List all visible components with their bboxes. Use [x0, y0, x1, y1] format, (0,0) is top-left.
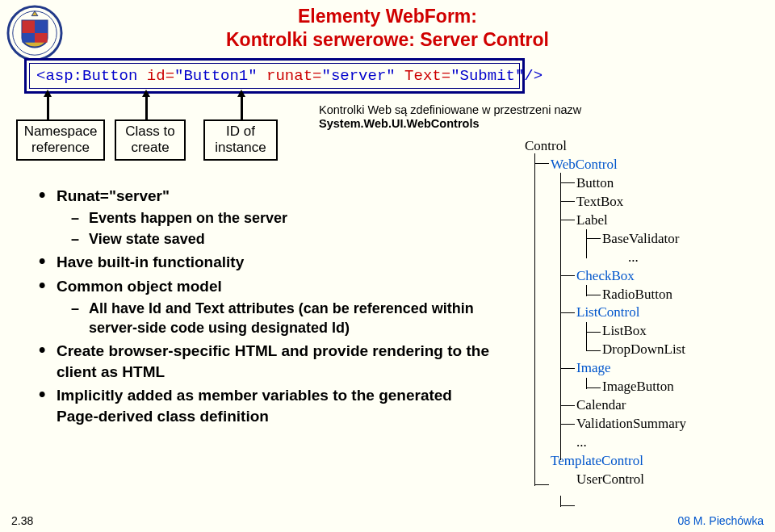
footer-author: 08 M. Piechówka: [677, 514, 764, 527]
svg-rect-5: [35, 33, 48, 43]
page-number: 2.38: [11, 514, 33, 527]
svg-rect-4: [22, 33, 35, 43]
university-crest-logo: [6, 5, 63, 61]
svg-rect-2: [22, 20, 35, 33]
slide-title-line2: Kontrolki serwerowe: Server Control: [161, 28, 614, 52]
svg-rect-3: [35, 20, 48, 33]
code-example-box: <asp:Button id="Button1" runat="server" …: [24, 58, 525, 94]
class-hierarchy-tree: Control WebControl Button TextBox Label …: [525, 137, 686, 489]
slide-bullet-list: Runat="server" Events happen on the serv…: [39, 186, 491, 430]
namespace-note: Kontrolki Web są zdefiniowane w przestrz…: [319, 103, 634, 132]
slide-title-line1: Elementy WebForm:: [161, 5, 614, 28]
